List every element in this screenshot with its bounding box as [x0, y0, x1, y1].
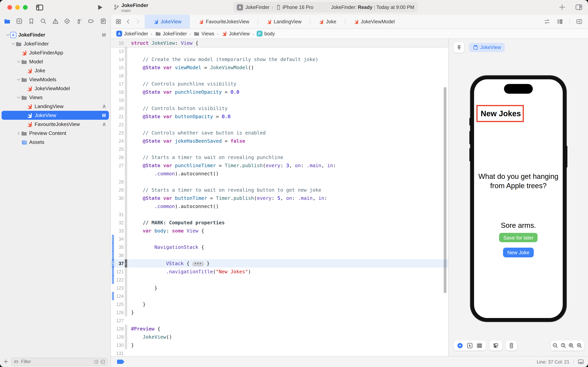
- code-line-14[interactable]: 14// Create the view model (temporarily …: [111, 55, 448, 63]
- chevron-down-icon[interactable]: [16, 95, 21, 100]
- docked-keyboard-icon[interactable]: [578, 359, 584, 365]
- fold-ribbon[interactable]: [125, 63, 127, 72]
- minimize-window-button[interactable]: [15, 5, 20, 10]
- chevron-right-icon[interactable]: [16, 131, 21, 135]
- fold-ribbon[interactable]: [125, 276, 127, 284]
- fold-ribbon[interactable]: [125, 341, 127, 349]
- code-line-127[interactable]: 127: [111, 317, 448, 325]
- fold-ribbon[interactable]: [125, 80, 127, 88]
- code-line-123[interactable]: 123}: [111, 284, 448, 292]
- fold-ribbon[interactable]: [125, 292, 127, 300]
- code-line-129[interactable]: 129JokeView(): [111, 333, 448, 341]
- code-line-16[interactable]: 16: [111, 72, 448, 80]
- run-destination[interactable]: iPhone 16 Pro: [283, 4, 313, 10]
- fold-ribbon[interactable]: [125, 96, 127, 104]
- scheme-selector[interactable]: A JokeFinder › iPhone 16 Pro JokeFinder:…: [233, 2, 418, 12]
- code-line-34[interactable]: 34: [111, 235, 448, 243]
- fold-ribbon[interactable]: [125, 145, 127, 153]
- fold-ribbon[interactable]: [125, 235, 127, 243]
- sidebar-item-Preview-Content[interactable]: Preview Content: [0, 129, 110, 138]
- breakpoint-tag-icon[interactable]: [88, 18, 94, 25]
- filter-field[interactable]: [11, 358, 108, 366]
- fold-ribbon[interactable]: [125, 129, 127, 137]
- fold-ribbon[interactable]: [125, 308, 127, 317]
- code-line-121[interactable]: 121.navigationTitle("New Jokes"): [111, 267, 448, 276]
- code-line-27[interactable]: 27@State var punchlineTimer = Timer.publ…: [111, 161, 448, 169]
- pin-preview-button[interactable]: [454, 42, 464, 53]
- sidebar-toggle-icon[interactable]: [36, 3, 43, 11]
- sidebar-item-JokeViewModel[interactable]: JokeViewModel: [0, 84, 110, 93]
- code-line-131[interactable]: 131: [111, 349, 448, 356]
- zoom-out-icon[interactable]: [552, 342, 559, 349]
- code-line-19[interactable]: 19: [111, 96, 448, 104]
- code-line-22[interactable]: 22: [111, 121, 448, 129]
- sidebar-item-ViewModels[interactable]: ViewModels: [0, 75, 110, 84]
- breadcrumb-item[interactable]: JokeFinder: [124, 31, 148, 36]
- code-line-wrap[interactable]: .common).autoconnect(): [111, 202, 448, 210]
- bookmark-icon[interactable]: [28, 18, 35, 25]
- device-phone-icon[interactable]: [508, 342, 514, 349]
- fold-ribbon[interactable]: [125, 325, 127, 333]
- reports-list-icon[interactable]: [100, 18, 107, 25]
- tab-LandingView[interactable]: LandingView: [258, 15, 310, 28]
- fold-ribbon[interactable]: [125, 243, 127, 251]
- code-line-24[interactable]: 24@State var jokeHasBeenSaved = false: [111, 137, 448, 145]
- breadcrumb-item[interactable]: body: [264, 31, 275, 36]
- zoom-in-icon[interactable]: [576, 342, 582, 349]
- changes-icon[interactable]: [16, 18, 23, 25]
- zoom-fit-icon[interactable]: [568, 342, 574, 349]
- code-line-36[interactable]: 36: [111, 251, 448, 259]
- tab-JokeView[interactable]: JokeView: [145, 15, 190, 28]
- navigate-back-icon[interactable]: [125, 19, 131, 25]
- editor-scrollbar[interactable]: [444, 87, 446, 293]
- fold-ribbon[interactable]: [125, 218, 127, 227]
- fold-ribbon[interactable]: [125, 153, 127, 161]
- fold-ribbon[interactable]: [125, 284, 127, 292]
- adjust-editor-options-icon[interactable]: [556, 18, 563, 25]
- sidebar-item-JokeFinder[interactable]: JokeFinder: [0, 39, 110, 48]
- fold-ribbon[interactable]: [125, 267, 127, 276]
- new-tab-plus-icon[interactable]: [558, 3, 566, 11]
- code-line-122[interactable]: 122: [111, 276, 448, 284]
- fold-ribbon[interactable]: [125, 333, 127, 341]
- variants-grid-icon[interactable]: [476, 342, 483, 349]
- code-line-30[interactable]: 30@State var buttonTimer = Timer.publish…: [111, 194, 448, 202]
- zoom-100-icon[interactable]: [560, 342, 567, 349]
- source-control-status-icon[interactable]: [100, 359, 105, 364]
- filter-input[interactable]: [20, 359, 92, 364]
- fold-ribbon[interactable]: [125, 137, 127, 145]
- preview-target-chip[interactable]: JokeView: [469, 43, 505, 52]
- add-file-plus-icon[interactable]: [3, 359, 8, 364]
- chevron-down-icon[interactable]: [11, 42, 16, 46]
- sidebar-item-JokeFinder[interactable]: AJokeFinderM: [0, 30, 110, 39]
- project-folder-icon[interactable]: [4, 18, 10, 25]
- code-line-126[interactable]: 126}: [111, 308, 448, 317]
- chevron-down-icon[interactable]: [5, 33, 10, 37]
- folded-code-pill[interactable]: •••: [192, 262, 204, 266]
- code-line-20[interactable]: 20// Controls button visibility: [111, 104, 448, 112]
- code-line-130[interactable]: 130}: [111, 341, 448, 349]
- breakpoint-indicator[interactable]: [117, 360, 125, 364]
- fold-ribbon[interactable]: [125, 47, 127, 55]
- code-line-13[interactable]: 13: [111, 47, 448, 55]
- chevron-down-icon[interactable]: [16, 59, 21, 64]
- fold-ribbon[interactable]: [125, 194, 127, 202]
- sidebar-item-Model[interactable]: Model: [0, 57, 110, 66]
- fold-ribbon[interactable]: [125, 169, 127, 178]
- swap-editor-icon[interactable]: [544, 18, 550, 25]
- code-line-25[interactable]: 25: [111, 145, 448, 153]
- breadcrumb-item[interactable]: JokeFinder: [163, 31, 187, 36]
- fold-ribbon[interactable]: [125, 88, 127, 96]
- code-line-32[interactable]: 32// MARK: Computed properties: [111, 218, 448, 227]
- device-settings-toggles-icon[interactable]: [493, 342, 499, 349]
- fold-ribbon[interactable]: [125, 112, 127, 121]
- tab-FavouriteJokesView[interactable]: FavouriteJokesView: [190, 15, 258, 28]
- code-line-29[interactable]: 29// Starts a timer to wait on revealing…: [111, 186, 448, 194]
- fold-ribbon[interactable]: [125, 210, 127, 218]
- code-line-18[interactable]: 18@State var punchlineOpacity = 0.0: [111, 88, 448, 96]
- fold-ribbon[interactable]: [125, 178, 127, 186]
- fold-ribbon[interactable]: [125, 161, 127, 169]
- zoom-window-button[interactable]: [23, 5, 28, 10]
- inspector-panel-toggle-icon[interactable]: [575, 3, 583, 11]
- fold-ribbon[interactable]: [125, 186, 127, 194]
